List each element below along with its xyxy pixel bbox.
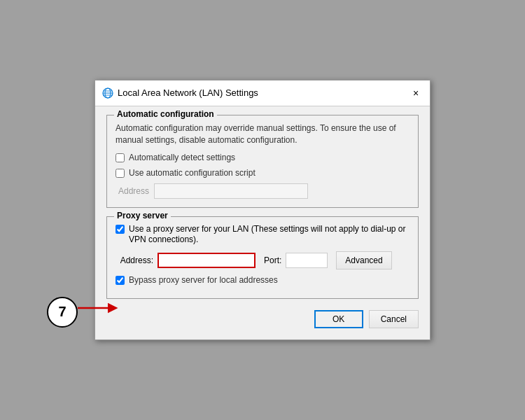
auto-detect-row: Automatically detect settings bbox=[115, 153, 410, 164]
dialog-body: Automatic configuration Automatic config… bbox=[95, 106, 430, 340]
auto-config-group-label: Automatic configuration bbox=[114, 109, 217, 119]
bypass-label[interactable]: Bypass proxy server for local addresses bbox=[129, 275, 278, 286]
bypass-row: Bypass proxy server for local addresses bbox=[115, 275, 410, 286]
cancel-button[interactable]: Cancel bbox=[369, 310, 419, 328]
use-script-row: Use automatic configuration script bbox=[115, 168, 410, 179]
port-input[interactable] bbox=[286, 253, 328, 268]
port-label: Port: bbox=[264, 255, 281, 265]
dialog-title: Local Area Network (LAN) Settings bbox=[118, 88, 258, 98]
bypass-checkbox[interactable] bbox=[115, 276, 125, 285]
proxy-server-group: Proxy server Use a proxy server for your… bbox=[106, 216, 419, 300]
use-proxy-label[interactable]: Use a proxy server for your LAN (These s… bbox=[129, 224, 410, 246]
proxy-group-label: Proxy server bbox=[114, 211, 171, 220]
auto-detect-checkbox[interactable] bbox=[115, 153, 125, 162]
proxy-address-row: Address: Port: Advanced bbox=[115, 251, 410, 270]
proxy-address-label: Address: bbox=[118, 255, 153, 265]
auto-detect-label[interactable]: Automatically detect settings bbox=[129, 153, 235, 164]
close-button[interactable]: × bbox=[409, 86, 423, 100]
auto-config-description: Automatic configuration may override man… bbox=[115, 122, 410, 146]
use-script-label[interactable]: Use automatic configuration script bbox=[129, 168, 255, 179]
ok-button[interactable]: OK bbox=[314, 310, 363, 328]
footer-buttons: OK Cancel bbox=[106, 310, 419, 331]
annotation-circle: 7 bbox=[47, 297, 78, 328]
auto-config-group: Automatic configuration Automatic config… bbox=[106, 115, 419, 208]
globe-icon bbox=[102, 88, 113, 99]
script-address-input[interactable] bbox=[154, 183, 308, 199]
advanced-button[interactable]: Advanced bbox=[336, 251, 391, 270]
use-proxy-checkbox[interactable] bbox=[115, 225, 125, 234]
proxy-address-input[interactable] bbox=[158, 253, 255, 268]
script-address-label: Address bbox=[118, 186, 150, 196]
title-bar: Local Area Network (LAN) Settings × bbox=[95, 80, 430, 106]
use-proxy-row: Use a proxy server for your LAN (These s… bbox=[115, 224, 410, 246]
use-script-checkbox[interactable] bbox=[115, 169, 125, 178]
arrow-icon bbox=[78, 301, 120, 315]
script-address-row: Address bbox=[115, 183, 410, 199]
lan-settings-dialog: Local Area Network (LAN) Settings × Auto… bbox=[94, 80, 430, 341]
